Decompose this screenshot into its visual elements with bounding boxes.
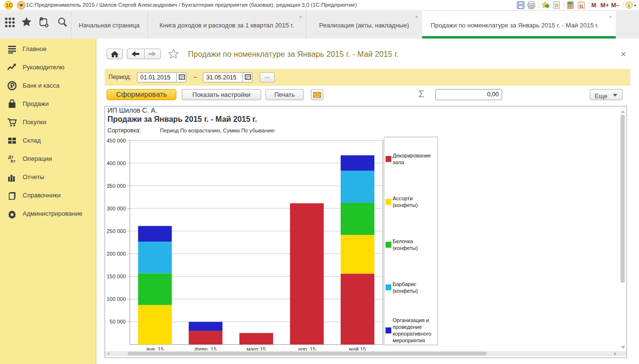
svg-text:(конфеты): (конфеты) — [393, 245, 418, 251]
svg-text:Белочка: Белочка — [393, 238, 413, 244]
svg-text:М–: М– — [611, 2, 619, 9]
svg-text:проведение: проведение — [393, 324, 422, 330]
svg-text:200 000: 200 000 — [106, 251, 126, 257]
svg-text:корпоративного: корпоративного — [393, 331, 431, 337]
svg-text:Барбарис: Барбарис — [393, 281, 417, 287]
svg-text:мероприятия: мероприятия — [393, 338, 425, 343]
svg-text:350 000: 350 000 — [106, 183, 126, 189]
svg-text:Декорирование: Декорирование — [393, 153, 431, 158]
svg-text:1С: 1С — [6, 2, 13, 8]
svg-text:зала: зала — [393, 159, 405, 165]
svg-text:50 000: 50 000 — [109, 319, 126, 325]
svg-text:М: М — [591, 2, 596, 9]
svg-text:Кт: Кт — [11, 159, 15, 164]
svg-text:(конфеты): (конфеты) — [393, 288, 418, 294]
svg-text:(конфеты): (конфеты) — [393, 202, 418, 208]
svg-text:250 000: 250 000 — [106, 228, 126, 234]
svg-text:i: i — [628, 3, 630, 8]
svg-text:100 000: 100 000 — [106, 296, 126, 302]
svg-text:150 000: 150 000 — [106, 273, 126, 279]
svg-text:Организация и: Организация и — [393, 317, 429, 323]
svg-text:31: 31 — [579, 4, 584, 9]
svg-text:М+: М+ — [600, 2, 609, 9]
svg-text:300 000: 300 000 — [106, 206, 126, 211]
svg-text:400 000: 400 000 — [106, 160, 126, 166]
svg-text:Ассорти: Ассорти — [393, 195, 413, 201]
svg-text:450 000: 450 000 — [106, 138, 126, 143]
